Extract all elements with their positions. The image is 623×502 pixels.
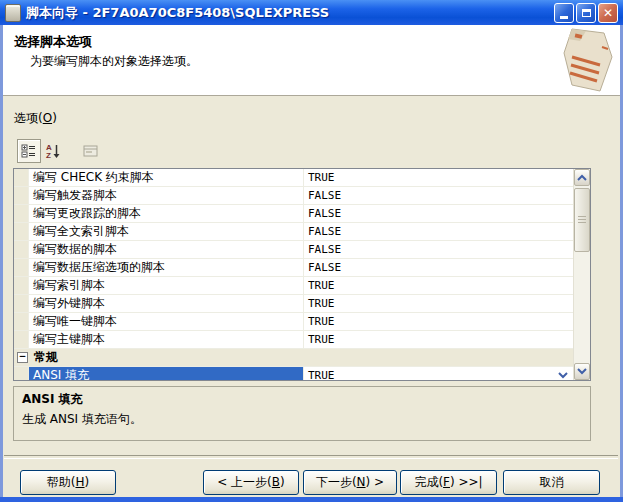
scroll-up-button[interactable]: [574, 169, 590, 186]
property-value: TRUE: [304, 313, 573, 330]
minimize-button[interactable]: [554, 3, 574, 23]
property-row[interactable]: 编写数据压缩选项的脚本FALSE: [14, 259, 573, 277]
window-title: 脚本向导 - 2F7A0A70C8F5408\SQLEXPRESS: [26, 4, 329, 22]
thumb-grip-icon: [578, 216, 586, 224]
property-name: 编写触发器脚本: [29, 187, 304, 204]
property-value: TRUE: [304, 331, 573, 348]
wizard-header: 选择脚本选项 为要编写脚本的对象选择选项。: [3, 25, 620, 96]
wizard-scroll-art: [542, 27, 618, 93]
close-icon: ✕: [603, 7, 613, 19]
property-row[interactable]: 编写外键脚本TRUE: [14, 295, 573, 313]
description-text: 生成 ANSI 填充语句。: [22, 411, 582, 428]
property-value: FALSE: [304, 223, 573, 240]
options-label-pre: 选项(: [14, 111, 43, 125]
maximize-icon: [582, 9, 591, 17]
script-wizard-window: 脚本向导 - 2F7A0A70C8F5408\SQLEXPRESS ✕ 选择脚本…: [0, 0, 623, 502]
property-row[interactable]: 编写唯一键脚本TRUE: [14, 313, 573, 331]
chevron-down-icon: [558, 372, 568, 379]
close-button[interactable]: ✕: [598, 3, 618, 23]
property-name: 编写主键脚本: [29, 331, 304, 348]
scrollbar-thumb[interactable]: [574, 188, 590, 252]
category-label: 常规: [34, 349, 58, 366]
property-grid: 编写 CHECK 约束脚本TRUE 编写触发器脚本FALSE 编写更改跟踪的脚本…: [13, 168, 591, 381]
cancel-button[interactable]: 取消: [503, 470, 600, 495]
scroll-down-button[interactable]: [574, 363, 590, 380]
description-panel: ANSI 填充 生成 ANSI 填充语句。: [13, 386, 591, 441]
property-name: 编写唯一键脚本: [29, 313, 304, 330]
categorized-view-button[interactable]: [17, 139, 41, 163]
vertical-scrollbar[interactable]: [573, 169, 590, 380]
titlebar-buttons: ✕: [554, 3, 618, 23]
alphabetical-sort-button[interactable]: A Z: [41, 139, 65, 163]
property-name: 编写外键脚本: [29, 295, 304, 312]
alphabetical-sort-icon: A Z: [45, 143, 61, 159]
property-value-editor[interactable]: TRUE: [304, 367, 573, 380]
property-pages-icon: [83, 144, 99, 158]
chevron-up-icon: [577, 174, 587, 181]
window-border-bottom: [0, 497, 623, 502]
page-subtitle: 为要编写脚本的对象选择选项。: [30, 53, 198, 70]
property-value: FALSE: [304, 259, 573, 276]
property-name: 编写全文索引脚本: [29, 223, 304, 240]
property-row[interactable]: 编写更改跟踪的脚本FALSE: [14, 205, 573, 223]
finish-button[interactable]: 完成(F) >>|: [400, 470, 497, 495]
app-icon: [5, 4, 21, 22]
property-name: 编写更改跟踪的脚本: [29, 205, 304, 222]
options-label-key: O: [43, 111, 52, 125]
property-row[interactable]: 编写数据的脚本FALSE: [14, 241, 573, 259]
property-name: 编写 CHECK 约束脚本: [29, 169, 304, 186]
property-row[interactable]: 编写索引脚本TRUE: [14, 277, 573, 295]
propertygrid-toolbar: A Z: [17, 138, 103, 164]
property-row[interactable]: 编写 CHECK 约束脚本TRUE: [14, 169, 573, 187]
property-row[interactable]: 编写主键脚本TRUE: [14, 331, 573, 349]
property-name: 编写索引脚本: [29, 277, 304, 294]
separator-line: [4, 455, 618, 459]
dropdown-button[interactable]: [555, 369, 571, 380]
property-name: 编写数据压缩选项的脚本: [29, 259, 304, 276]
property-value: TRUE: [304, 295, 573, 312]
titlebar[interactable]: 脚本向导 - 2F7A0A70C8F5408\SQLEXPRESS ✕: [0, 0, 623, 25]
property-value: TRUE: [304, 277, 573, 294]
svg-text:Z: Z: [46, 151, 51, 159]
toolbar-separator: [65, 139, 79, 163]
back-button[interactable]: < 上一步(B): [203, 470, 299, 495]
window-border-left: [0, 25, 3, 502]
property-value: FALSE: [304, 187, 573, 204]
options-label: 选项(O): [14, 110, 57, 127]
property-row[interactable]: 编写全文索引脚本FALSE: [14, 223, 573, 241]
category-row-general[interactable]: − 常规: [14, 349, 573, 367]
description-title: ANSI 填充: [22, 391, 582, 408]
property-grid-rows: 编写 CHECK 约束脚本TRUE 编写触发器脚本FALSE 编写更改跟踪的脚本…: [14, 169, 573, 380]
property-value: TRUE: [308, 369, 335, 380]
maximize-button[interactable]: [576, 3, 596, 23]
categorized-view-icon: [21, 143, 37, 159]
chevron-down-icon: [577, 368, 587, 375]
property-name: ANSI 填充: [29, 367, 304, 380]
property-row[interactable]: 编写触发器脚本FALSE: [14, 187, 573, 205]
property-value: FALSE: [304, 205, 573, 222]
help-button[interactable]: 帮助(H): [20, 470, 116, 495]
property-pages-button: [79, 139, 103, 163]
property-value: TRUE: [304, 169, 573, 186]
property-value: FALSE: [304, 241, 573, 258]
options-label-post: ): [52, 111, 57, 125]
page-title: 选择脚本选项: [14, 33, 92, 51]
property-row-selected[interactable]: ANSI 填充 TRUE: [14, 367, 573, 380]
minimize-icon: [560, 16, 568, 19]
next-button[interactable]: 下一步(N) >: [303, 470, 397, 495]
property-name: 编写数据的脚本: [29, 241, 304, 258]
collapse-minus-icon[interactable]: −: [17, 352, 28, 363]
